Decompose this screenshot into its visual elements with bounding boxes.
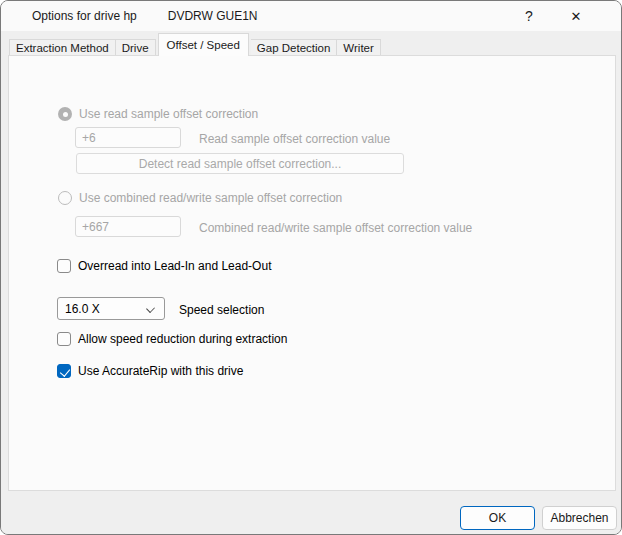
overread-checkbox-label: Overread into Lead-In and Lead-Out (78, 259, 271, 273)
combined-offset-radio-row: Use combined read/write sample offset co… (58, 191, 342, 205)
combined-offset-value-label: Combined read/write sample offset correc… (199, 221, 472, 235)
speed-selection-dropdown[interactable]: 16.0 X (57, 297, 165, 320)
ok-button-label: OK (489, 511, 506, 525)
read-offset-radio-label: Use read sample offset correction (79, 107, 258, 121)
combined-offset-value-input[interactable] (75, 216, 181, 237)
combined-offset-radio[interactable] (58, 191, 72, 205)
speed-reduction-checkbox[interactable] (57, 332, 71, 346)
controls-layer: Use read sample offset correction Read s… (1, 1, 621, 534)
overread-checkbox-row: Overread into Lead-In and Lead-Out (57, 259, 271, 273)
read-offset-value-label: Read sample offset correction value (199, 132, 390, 146)
options-dialog: Options for drive hpDVDRW GUE1N ? ✕ Extr… (0, 0, 622, 535)
speed-selection-label: Speed selection (179, 303, 264, 317)
read-offset-radio[interactable] (58, 107, 72, 121)
ok-button[interactable]: OK (460, 506, 535, 530)
accuraterip-checkbox-row: Use AccurateRip with this drive (57, 364, 243, 378)
speed-selection-value: 16.0 X (65, 302, 100, 316)
accuraterip-checkbox-label: Use AccurateRip with this drive (78, 364, 243, 378)
combined-offset-radio-label: Use combined read/write sample offset co… (79, 191, 342, 205)
overread-checkbox[interactable] (57, 259, 71, 273)
speed-reduction-checkbox-row: Allow speed reduction during extraction (57, 332, 287, 346)
chevron-down-icon (146, 304, 155, 313)
detect-offset-button-label: Detect read sample offset correction... (139, 157, 342, 171)
read-offset-value-input[interactable] (75, 127, 181, 148)
detect-offset-button[interactable]: Detect read sample offset correction... (76, 153, 404, 174)
speed-reduction-checkbox-label: Allow speed reduction during extraction (78, 332, 287, 346)
cancel-button-label: Abbrechen (550, 511, 608, 525)
read-offset-radio-row: Use read sample offset correction (58, 107, 258, 121)
cancel-button[interactable]: Abbrechen (542, 506, 617, 530)
accuraterip-checkbox[interactable] (57, 364, 71, 378)
